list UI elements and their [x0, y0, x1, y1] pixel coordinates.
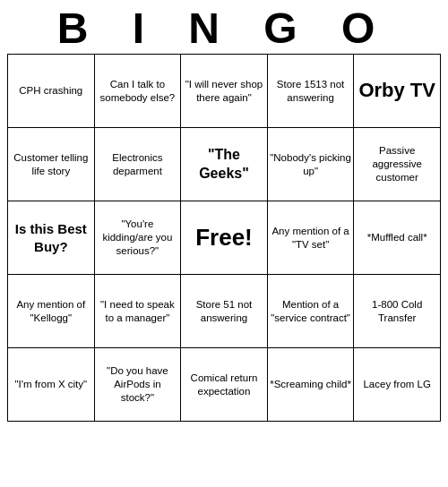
bingo-grid: CPH crashingCan I talk to somebody else?…	[7, 54, 441, 422]
cell-r0-c3: Store 1513 not answering	[267, 55, 354, 128]
cell-r2-c2: Free!	[181, 201, 268, 275]
cell-r3-c1: "I need to speak to a manager"	[94, 275, 181, 348]
cell-r1-c2: "The Geeks"	[181, 128, 268, 201]
cell-r2-c3: Any mention of a "TV set"	[267, 201, 354, 275]
cell-r3-c4: 1-800 Cold Transfer	[354, 275, 441, 348]
cell-r1-c4: Passive aggressive customer	[354, 128, 441, 201]
cell-r1-c3: "Nobody's picking up"	[267, 128, 354, 201]
cell-r2-c4: *Muffled call*	[354, 201, 441, 275]
cell-r4-c0: "I'm from X city"	[8, 348, 95, 422]
bingo-title: B I N G O	[57, 7, 392, 50]
cell-r0-c2: "I will never shop there again"	[181, 55, 268, 128]
cell-r2-c0: Is this Best Buy?	[8, 201, 95, 275]
cell-r3-c0: Any mention of "Kellogg"	[8, 275, 95, 348]
cell-r3-c3: Mention of a "service contract"	[267, 275, 354, 348]
cell-r4-c2: Comical return expectation	[181, 348, 268, 422]
cell-r1-c0: Customer telling life story	[8, 128, 95, 201]
cell-r4-c4: Lacey from LG	[354, 348, 441, 422]
cell-r0-c1: Can I talk to somebody else?	[94, 55, 181, 128]
cell-r4-c1: "Do you have AirPods in stock?"	[94, 348, 181, 422]
cell-r2-c1: "You're kidding/are you serious?"	[94, 201, 181, 275]
cell-r4-c3: *Screaming child*	[267, 348, 354, 422]
cell-r1-c1: Electronics deparment	[94, 128, 181, 201]
cell-r0-c0: CPH crashing	[8, 55, 95, 128]
cell-r0-c4: Orby TV	[354, 55, 441, 128]
cell-r3-c2: Store 51 not answering	[181, 275, 268, 348]
